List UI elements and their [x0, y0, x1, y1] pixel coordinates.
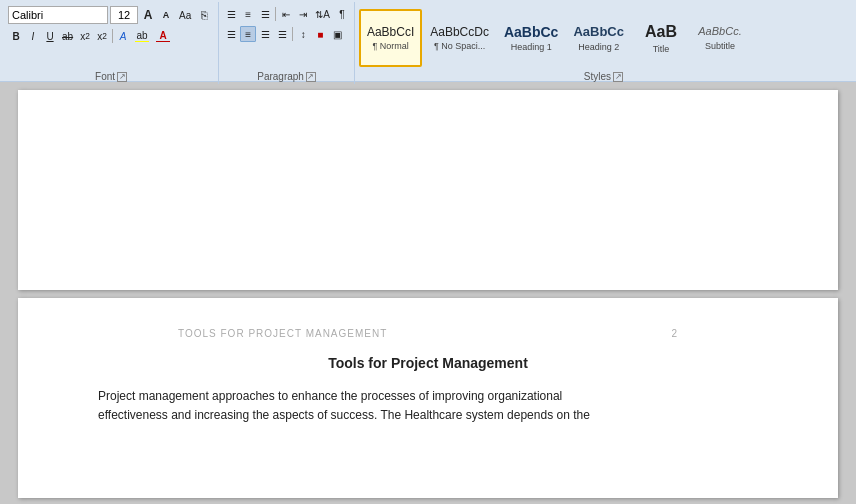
paragraph-group: ☰ ≡ ☰ ⇤ ⇥ ⇅A ¶ ☰ ≡ ☰ ☰ ↕ ■ ▣ Paragraph [219, 2, 355, 84]
sort-btn[interactable]: ⇅A [312, 6, 333, 22]
multilevel-list-btn[interactable]: ☰ [257, 6, 273, 22]
ribbon: A A Aa ⎘ B I U ab x2 x2 A ab A [0, 0, 856, 82]
style-heading1-label: Heading 1 [511, 42, 552, 52]
paragraph-label: Paragraph [257, 71, 304, 82]
change-case-btn[interactable]: Aa [176, 7, 194, 23]
font-expand-icon[interactable]: ↗ [117, 72, 127, 82]
subscript-btn[interactable]: x2 [77, 28, 93, 44]
style-heading1-preview: AaBbCc [504, 24, 558, 41]
page-number: 2 [671, 328, 678, 339]
strikethrough-btn[interactable]: ab [59, 28, 76, 44]
numbering-btn[interactable]: ≡ [240, 6, 256, 22]
superscript-btn[interactable]: x2 [94, 28, 110, 44]
style-normal-preview: AaBbCcI [367, 25, 414, 39]
underline-btn[interactable]: U [42, 28, 58, 44]
style-normal-label: ¶ Normal [372, 41, 408, 51]
font-group-footer: Font ↗ [4, 71, 218, 82]
style-subtitle-label: Subtitle [705, 41, 735, 51]
page-header: TOOLS FOR PROJECT MANAGEMENT 2 [98, 328, 758, 339]
bullets-btn[interactable]: ☰ [223, 6, 239, 22]
page-doc-title: Tools for Project Management [98, 355, 758, 371]
style-no-spacing[interactable]: AaBbCcDc ¶ No Spaci... [423, 9, 496, 67]
font-group: A A Aa ⎘ B I U ab x2 x2 A ab A [4, 2, 219, 84]
style-heading2-label: Heading 2 [578, 42, 619, 52]
increase-indent-btn[interactable]: ⇥ [295, 6, 311, 22]
body-line2: effectiveness and increasing the aspects… [98, 406, 758, 425]
font-label: Font [95, 71, 115, 82]
style-no-spacing-label: ¶ No Spaci... [434, 41, 485, 51]
align-left-btn[interactable]: ☰ [223, 26, 239, 42]
styles-expand-icon[interactable]: ↗ [613, 72, 623, 82]
align-center-btn[interactable]: ≡ [240, 26, 256, 42]
show-hide-btn[interactable]: ¶ [334, 6, 350, 22]
styles-group-footer: Styles ↗ [355, 71, 852, 82]
style-no-spacing-preview: AaBbCcDc [430, 25, 489, 39]
borders-btn[interactable]: ▣ [329, 26, 345, 42]
document-area: TOOLS FOR PROJECT MANAGEMENT 2 Tools for… [0, 82, 856, 504]
font-color-btn[interactable]: A [153, 28, 173, 44]
bold-btn[interactable]: B [8, 28, 24, 44]
font-size-increase[interactable]: A [140, 7, 156, 23]
styles-group: AaBbCcI ¶ Normal AaBbCcDc ¶ No Spaci... … [355, 2, 852, 84]
style-heading2[interactable]: AaBbCc Heading 2 [566, 9, 631, 67]
paragraph-group-footer: Paragraph ↗ [219, 71, 354, 82]
decrease-indent-btn[interactable]: ⇤ [278, 6, 294, 22]
style-subtitle[interactable]: AaBbCc. Subtitle [691, 9, 749, 67]
page-1 [18, 90, 838, 290]
style-normal[interactable]: AaBbCcI ¶ Normal [359, 9, 422, 67]
shading-btn[interactable]: ■ [312, 26, 328, 42]
styles-list: AaBbCcI ¶ Normal AaBbCcDc ¶ No Spaci... … [359, 4, 848, 70]
style-title-label: Title [653, 44, 670, 54]
justify-btn[interactable]: ☰ [274, 26, 290, 42]
italic-btn[interactable]: I [25, 28, 41, 44]
page-body[interactable]: Project management approaches to enhance… [98, 387, 758, 425]
font-name-input[interactable] [8, 6, 108, 24]
page-2: TOOLS FOR PROJECT MANAGEMENT 2 Tools for… [18, 298, 838, 498]
style-heading2-preview: AaBbCc [573, 24, 624, 40]
style-subtitle-preview: AaBbCc. [698, 25, 741, 38]
line-spacing-btn[interactable]: ↕ [295, 26, 311, 42]
text-effects-btn[interactable]: A [115, 28, 131, 44]
clear-format-btn[interactable]: ⎘ [196, 7, 212, 23]
font-size-decrease[interactable]: A [158, 7, 174, 23]
style-title-preview: AaB [645, 22, 677, 41]
body-line1: Project management approaches to enhance… [98, 387, 758, 406]
align-right-btn[interactable]: ☰ [257, 26, 273, 42]
styles-label: Styles [584, 71, 611, 82]
style-heading1[interactable]: AaBbCc Heading 1 [497, 9, 565, 67]
paragraph-expand-icon[interactable]: ↗ [306, 72, 316, 82]
font-size-input[interactable] [110, 6, 138, 24]
highlight-color-btn[interactable]: ab [132, 28, 152, 44]
page-header-left: TOOLS FOR PROJECT MANAGEMENT [178, 328, 387, 339]
style-title[interactable]: AaB Title [632, 9, 690, 67]
